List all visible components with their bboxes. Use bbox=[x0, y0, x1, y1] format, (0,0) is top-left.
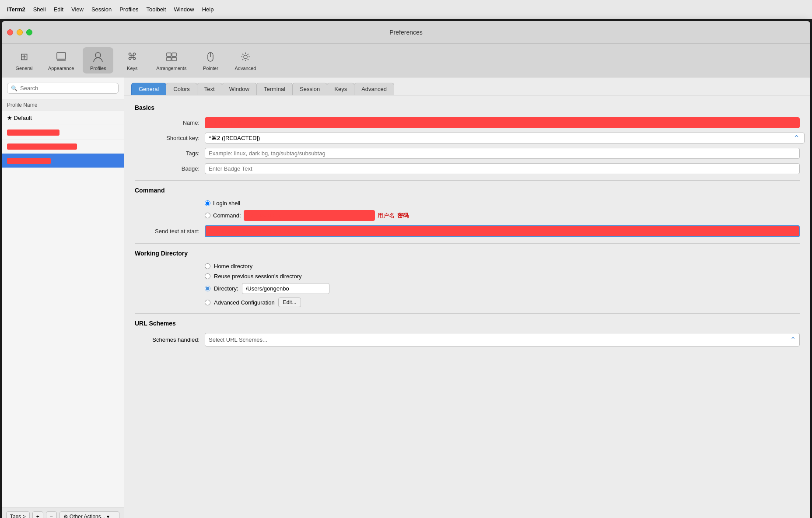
tags-input[interactable] bbox=[205, 148, 800, 159]
tab-advanced[interactable]: Advanced bbox=[354, 83, 394, 95]
toolbar-pointer[interactable]: Pointer bbox=[195, 47, 226, 74]
working-dir-section-title: Working Directory bbox=[135, 250, 800, 257]
home-dir-label: Home directory bbox=[214, 263, 252, 270]
tab-window[interactable]: Window bbox=[222, 83, 257, 95]
other-actions-button[interactable]: ⚙ Other Actions... ▾ bbox=[60, 511, 119, 518]
tab-text[interactable]: Text bbox=[197, 83, 222, 95]
url-select-wrap: Select URL Schemes... ⌃ bbox=[205, 333, 800, 346]
chevron-down-icon: ▾ bbox=[107, 514, 109, 518]
tab-colors[interactable]: Colors bbox=[166, 83, 197, 95]
shortcut-select[interactable]: ^⌘2 ([REDACTED]) bbox=[205, 133, 805, 144]
tags-label: Tags: bbox=[135, 150, 205, 157]
other-actions-label: Other Actions... bbox=[70, 514, 105, 518]
list-item-default[interactable]: ★ Default bbox=[2, 111, 124, 125]
menubar-window[interactable]: Window bbox=[170, 5, 197, 14]
svg-rect-1 bbox=[57, 59, 66, 61]
toolbar-advanced[interactable]: Advanced bbox=[229, 47, 261, 74]
toolbar-appearance[interactable]: Appearance bbox=[43, 47, 79, 74]
add-profile-button[interactable]: + bbox=[32, 511, 43, 518]
url-schemes-chevron-icon: ⌃ bbox=[787, 333, 799, 346]
toolbar-general[interactable]: ⊞ General bbox=[9, 47, 39, 74]
sidebar-column-header: Profile Name bbox=[2, 99, 124, 111]
working-dir-options: Home directory Reuse previous session's … bbox=[205, 263, 800, 307]
advanced-config-radio[interactable] bbox=[205, 300, 210, 305]
menubar-session[interactable]: Session bbox=[88, 5, 115, 14]
command-option: Command: 用户名 密码 bbox=[205, 210, 409, 221]
badge-row: Badge: bbox=[135, 163, 800, 174]
menubar-profiles[interactable]: Profiles bbox=[116, 5, 142, 14]
send-text-label: Send text at start: bbox=[135, 228, 205, 234]
search-icon: 🔍 bbox=[11, 85, 18, 91]
search-wrap[interactable]: 🔍 bbox=[7, 83, 119, 94]
command-radio-label: Command: bbox=[213, 212, 241, 219]
badge-input[interactable] bbox=[205, 163, 800, 174]
list-item-1[interactable] bbox=[2, 125, 124, 140]
command-section-title: Command bbox=[135, 187, 800, 194]
menubar-view[interactable]: View bbox=[68, 5, 87, 14]
badge-control bbox=[205, 163, 800, 174]
url-schemes-section-title: URL Schemes bbox=[135, 320, 800, 327]
name-input[interactable] bbox=[205, 117, 800, 128]
list-item-2[interactable] bbox=[2, 140, 124, 154]
login-shell-radio[interactable] bbox=[205, 200, 210, 206]
shortcut-control: ^⌘2 ([REDACTED]) ⌃ bbox=[205, 133, 800, 144]
directory-radio[interactable] bbox=[205, 286, 210, 291]
svg-rect-5 bbox=[167, 57, 171, 61]
close-button[interactable] bbox=[7, 29, 13, 35]
menubar-shell[interactable]: Shell bbox=[30, 5, 49, 14]
directory-label: Directory: bbox=[214, 285, 238, 292]
login-shell-option: Login shell bbox=[205, 200, 240, 206]
toolbar-arrangements[interactable]: Arrangements bbox=[151, 47, 192, 74]
login-shell-row: Login shell Command: 用户名 密码 bbox=[205, 200, 800, 221]
list-item-3[interactable] bbox=[2, 154, 124, 168]
search-input[interactable] bbox=[20, 85, 115, 91]
maximize-button[interactable] bbox=[26, 29, 32, 35]
name-row: Name: bbox=[135, 117, 800, 128]
tags-button[interactable]: Tags > bbox=[6, 511, 30, 518]
name-control bbox=[205, 117, 800, 128]
preferences-window: Preferences ⊞ General Appearance bbox=[2, 21, 810, 518]
tab-keys[interactable]: Keys bbox=[327, 83, 354, 95]
directory-option: Directory: bbox=[205, 283, 800, 294]
tab-general[interactable]: General bbox=[131, 83, 166, 95]
send-text-row: Send text at start: bbox=[135, 225, 800, 237]
edit-button[interactable]: Edit... bbox=[278, 298, 301, 307]
redacted-label-1 bbox=[7, 130, 60, 136]
profiles-icon bbox=[91, 50, 105, 64]
tab-terminal[interactable]: Terminal bbox=[256, 83, 293, 95]
menubar-help[interactable]: Help bbox=[199, 5, 217, 14]
url-schemes-select[interactable]: Select URL Schemes... bbox=[205, 334, 787, 345]
wd-divider bbox=[135, 313, 800, 314]
remove-profile-button[interactable]: − bbox=[46, 511, 57, 518]
menubar-iterm2[interactable]: iTerm2 bbox=[4, 5, 29, 14]
reuse-radio[interactable] bbox=[205, 273, 210, 279]
tab-session[interactable]: Session bbox=[292, 83, 327, 95]
redacted-label-3 bbox=[7, 158, 51, 164]
tags-control bbox=[205, 148, 800, 159]
window-title: Preferences bbox=[389, 29, 422, 36]
menubar-edit[interactable]: Edit bbox=[50, 5, 67, 14]
send-text-control bbox=[205, 225, 800, 237]
toolbar-keys[interactable]: ⌘ Keys bbox=[117, 47, 147, 74]
toolbar-arrangements-label: Arrangements bbox=[156, 66, 186, 71]
keys-icon: ⌘ bbox=[125, 50, 139, 64]
command-input[interactable] bbox=[244, 210, 375, 221]
tags-row: Tags: bbox=[135, 148, 800, 159]
shortcut-label: Shortcut key: bbox=[135, 135, 205, 141]
toolbar-pointer-label: Pointer bbox=[203, 66, 218, 71]
home-dir-radio[interactable] bbox=[205, 263, 210, 269]
settings-content: Basics Name: Shortcut key: ^⌘2 ([REDACTE… bbox=[124, 95, 810, 518]
sidebar: 🔍 Profile Name ★ Default Tags > bbox=[2, 77, 124, 518]
svg-point-9 bbox=[244, 55, 247, 59]
advanced-config-label: Advanced Configuration bbox=[214, 299, 275, 306]
name-label: Name: bbox=[135, 119, 205, 126]
toolbar-profiles[interactable]: Profiles bbox=[83, 47, 113, 74]
menubar-toolbelt[interactable]: Toolbelt bbox=[143, 5, 170, 14]
command-radio[interactable] bbox=[205, 213, 210, 218]
minimize-button[interactable] bbox=[17, 29, 23, 35]
send-text-input[interactable] bbox=[205, 225, 800, 237]
tabs-bar: General Colors Text Window Terminal Sess… bbox=[124, 77, 810, 95]
directory-input[interactable] bbox=[242, 283, 329, 294]
login-shell-label: Login shell bbox=[213, 200, 240, 206]
password-hint: 密码 bbox=[397, 212, 409, 220]
